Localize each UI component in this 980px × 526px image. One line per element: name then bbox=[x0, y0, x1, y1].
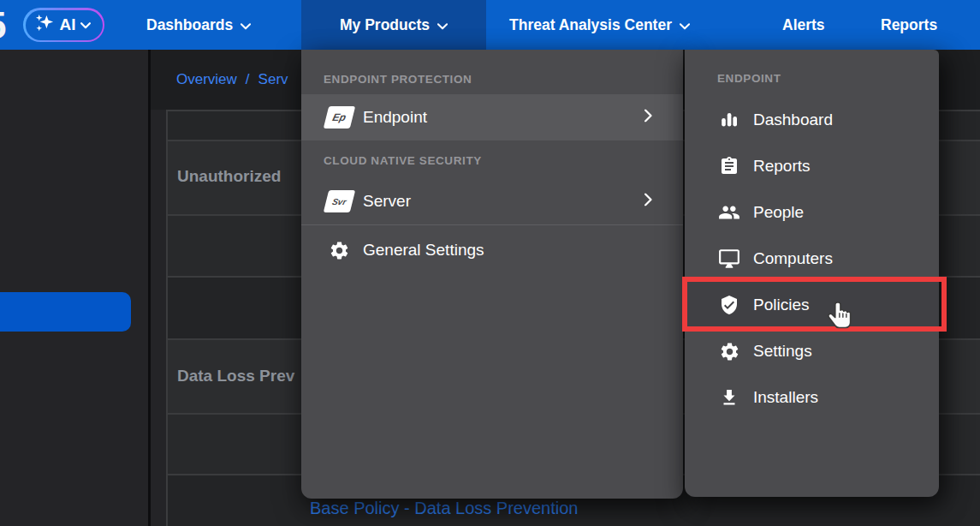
submenu-item-reports[interactable]: Reports bbox=[685, 143, 939, 189]
app-window: Overview / Serv Unauthorized Data Loss P… bbox=[0, 0, 980, 526]
section-header-cloud-native-security: CLOUD NATIVE SECURITY bbox=[324, 154, 482, 167]
base-policy-link[interactable]: Base Policy - Data Loss Prevention bbox=[310, 499, 579, 518]
annotation-highlight-box bbox=[682, 277, 947, 332]
submenu-item-settings[interactable]: Settings bbox=[685, 328, 939, 374]
menu-item-general-settings[interactable]: General Settings bbox=[301, 227, 683, 273]
menu-item-server[interactable]: Svr Server bbox=[301, 178, 683, 224]
breadcrumb-overview-link[interactable]: Overview bbox=[176, 71, 237, 88]
bar-chart-icon bbox=[717, 110, 741, 130]
monitor-icon bbox=[717, 248, 741, 270]
section-header-endpoint-protection: ENDPOINT PROTECTION bbox=[324, 73, 472, 86]
gear-icon bbox=[717, 341, 741, 362]
server-product-icon: Svr bbox=[324, 190, 355, 212]
submenu-item-people[interactable]: People bbox=[685, 189, 939, 236]
breadcrumb-current-link[interactable]: Serv bbox=[258, 71, 288, 88]
chevron-down-icon bbox=[241, 16, 251, 34]
nav-reports[interactable]: Reports bbox=[869, 0, 949, 50]
nav-alerts[interactable]: Alerts bbox=[770, 0, 837, 50]
breadcrumb: Overview / Serv bbox=[176, 50, 288, 110]
row-label-unauthorized: Unauthorized bbox=[177, 167, 281, 186]
chevron-down-icon bbox=[437, 16, 448, 34]
nav-dashboards[interactable]: Dashboards bbox=[134, 0, 263, 50]
my-products-menu: ENDPOINT PROTECTION Ep Endpoint CLOUD NA… bbox=[301, 50, 683, 499]
chevron-down-icon bbox=[80, 17, 91, 33]
left-sidebar bbox=[0, 50, 148, 526]
ai-button-label: AI bbox=[60, 15, 76, 34]
submenu-item-dashboard[interactable]: Dashboard bbox=[685, 97, 939, 143]
top-navigation-bar: 5 AI Dashboards bbox=[0, 0, 980, 50]
nav-my-products[interactable]: My Products bbox=[301, 0, 486, 50]
people-icon bbox=[717, 201, 741, 224]
sparkles-icon bbox=[34, 13, 56, 38]
clipboard-icon bbox=[717, 156, 741, 176]
sidebar-selected-item[interactable] bbox=[0, 292, 131, 332]
submenu-item-installers[interactable]: Installers bbox=[685, 374, 939, 421]
pointer-hand-cursor bbox=[827, 300, 854, 341]
endpoint-submenu: ENDPOINT Dashboard Reports People bbox=[685, 50, 939, 497]
menu-item-endpoint[interactable]: Ep Endpoint bbox=[301, 94, 683, 140]
chevron-right-icon bbox=[644, 110, 652, 126]
gear-icon bbox=[326, 240, 353, 261]
chevron-right-icon bbox=[644, 194, 652, 210]
endpoint-product-icon: Ep bbox=[324, 106, 355, 129]
section-header-endpoint: ENDPOINT bbox=[717, 72, 781, 85]
table-left-border bbox=[166, 110, 168, 526]
row-label-data-loss-prevention: Data Loss Prev bbox=[177, 367, 294, 386]
download-icon bbox=[717, 387, 741, 408]
ai-assistant-button[interactable]: AI bbox=[23, 8, 104, 42]
nav-threat-analysis-center[interactable]: Threat Analysis Center bbox=[497, 0, 702, 50]
submenu-item-computers[interactable]: Computers bbox=[685, 236, 939, 282]
menu-divider bbox=[301, 224, 683, 225]
chevron-down-icon bbox=[680, 16, 690, 34]
logo-partial: 5 bbox=[0, 5, 18, 46]
breadcrumb-separator: / bbox=[246, 71, 250, 88]
